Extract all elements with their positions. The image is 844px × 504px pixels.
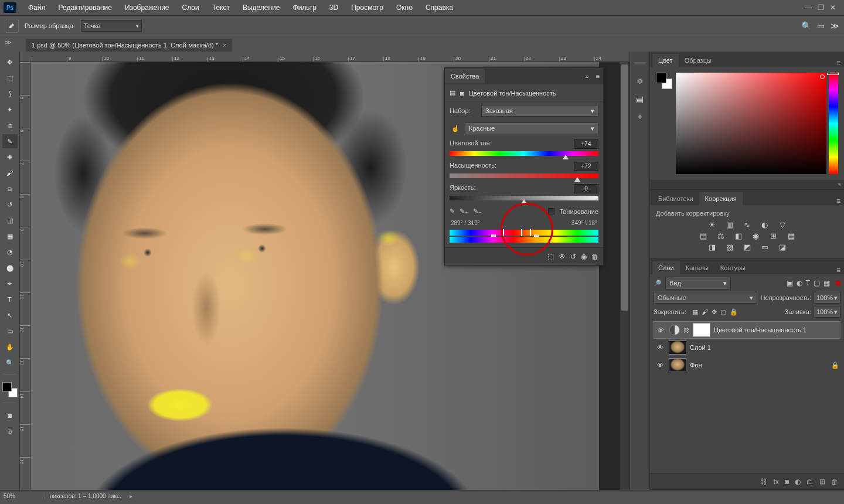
sample-size-select[interactable]: Точка ▾ <box>81 20 142 32</box>
saturation-slider-thumb[interactable] <box>574 177 580 182</box>
colorize-checkbox[interactable] <box>548 208 554 214</box>
collapse-panel-icon[interactable]: » <box>581 73 592 80</box>
hue-range-input-strip[interactable] <box>450 230 598 236</box>
previous-state-icon[interactable]: ◉ <box>581 253 587 261</box>
fill-input[interactable]: 100% ▾ <box>814 306 840 318</box>
window-restore-icon[interactable]: ❐ <box>818 4 824 12</box>
status-info[interactable]: пикселов: 1 = 1,0000 пикс. <box>45 493 121 499</box>
eyedropper-subtract-icon[interactable]: ✎₋ <box>473 207 482 215</box>
layer-name[interactable]: Цветовой тон/Насыщенность 1 <box>714 326 839 333</box>
menu-image[interactable]: Изображение <box>119 1 175 14</box>
screen-mode-tool[interactable]: ⎚ <box>2 424 18 438</box>
lasso-tool[interactable]: ⟆ <box>2 87 18 101</box>
path-selection-tool[interactable]: ↖ <box>2 308 18 322</box>
collapse-icon[interactable]: ≫ <box>831 21 839 30</box>
quick-mask-tool[interactable]: ◙ <box>2 408 18 423</box>
color-swatch-toggle[interactable] <box>656 73 672 89</box>
eyedropper-add-icon[interactable]: ✎₊ <box>460 207 468 215</box>
pen-tool[interactable]: ✒ <box>2 277 18 291</box>
layer-item[interactable]: 👁 Слой 1 <box>654 339 840 356</box>
new-group-icon[interactable]: 🗀 <box>806 478 814 486</box>
new-adjustment-icon[interactable]: ◐ <box>795 478 801 486</box>
lock-pixels-icon[interactable]: 🖌 <box>702 308 708 316</box>
zoom-level[interactable]: 50% <box>4 493 39 499</box>
workspace-switcher-icon[interactable]: ▭ <box>817 21 825 30</box>
saturation-value-input[interactable]: +72 <box>574 162 598 171</box>
link-layers-icon[interactable]: ⛓ <box>760 478 767 486</box>
curves-icon[interactable]: ∿ <box>741 220 753 229</box>
menu-text[interactable]: Текст <box>206 1 236 14</box>
layer-mask-thumbnail[interactable] <box>693 323 710 337</box>
libraries-tab[interactable]: Библиотеки <box>652 192 699 205</box>
brush-tool[interactable]: 🖌 <box>2 166 18 180</box>
marquee-tool[interactable]: ⬚ <box>2 71 18 85</box>
menu-help[interactable]: Справка <box>420 1 459 14</box>
blend-mode-select[interactable]: Обычные ▾ <box>654 292 757 304</box>
delete-adjustment-icon[interactable]: 🗑 <box>591 253 598 261</box>
panel-menu-icon[interactable]: ≡ <box>593 73 603 80</box>
menu-layers[interactable]: Слои <box>176 1 205 14</box>
search-icon[interactable]: 🔍 <box>801 21 811 30</box>
color-lookup-icon[interactable]: ▦ <box>785 231 797 240</box>
magic-wand-tool[interactable]: ✦ <box>2 103 18 117</box>
menu-file[interactable]: Файл <box>22 1 52 14</box>
threshold-icon[interactable]: ◩ <box>741 243 753 251</box>
window-close-icon[interactable]: ✕ <box>830 4 836 12</box>
opacity-input[interactable]: 100% ▾ <box>814 292 840 304</box>
scrollbar-thumb[interactable] <box>621 64 628 311</box>
layer-thumbnail[interactable] <box>669 340 686 355</box>
layer-name[interactable]: Фон <box>690 362 828 369</box>
rectangle-tool[interactable]: ▭ <box>2 324 18 338</box>
lock-position-icon[interactable]: ✥ <box>712 308 717 316</box>
exposure-icon[interactable]: ◐ <box>759 220 771 229</box>
vibrance-icon[interactable]: ▽ <box>777 220 788 229</box>
menu-edit[interactable]: Редактирование <box>53 1 118 14</box>
zoom-tool[interactable]: 🔍 <box>2 356 18 370</box>
hue-slider[interactable] <box>829 73 838 174</box>
layer-adjustment-hue-sat[interactable]: 👁 ⛓ Цветовой тон/Насыщенность 1 <box>654 321 840 339</box>
visibility-toggle-icon[interactable]: 👁 <box>655 326 666 333</box>
range-start[interactable] <box>503 229 504 236</box>
filter-kind-icon[interactable]: 🔎 <box>654 280 662 287</box>
channels-tab[interactable]: Каналы <box>680 261 714 274</box>
saturation-value-picker[interactable] <box>676 73 826 174</box>
visibility-toggle-icon[interactable]: 👁 <box>655 362 665 369</box>
menu-filter[interactable]: Фильтр <box>287 1 322 14</box>
lock-transparent-icon[interactable]: ▦ <box>692 308 698 316</box>
preset-select[interactable]: Заказная ▾ <box>481 105 598 117</box>
range-end[interactable] <box>530 229 531 236</box>
menu-view[interactable]: Просмотр <box>345 1 389 14</box>
foreground-swatch[interactable] <box>2 382 12 391</box>
menu-select[interactable]: Выделение <box>237 1 286 14</box>
filter-type-icon[interactable]: T <box>806 279 810 287</box>
hand-tool[interactable]: ✋ <box>2 340 18 354</box>
healing-brush-tool[interactable]: ✚ <box>2 150 18 164</box>
swatches-tab[interactable]: Образцы <box>679 54 717 67</box>
tab-overflow-icon[interactable]: ≫ <box>5 39 12 46</box>
hue-slider-track[interactable] <box>450 151 598 156</box>
lock-artboard-icon[interactable]: ▢ <box>720 308 726 316</box>
adjustments-tab[interactable]: Коррекция <box>699 192 743 205</box>
toggle-visibility-icon[interactable]: 👁 <box>559 253 566 261</box>
reset-icon[interactable]: ↺ <box>570 253 576 261</box>
panel-menu-icon[interactable]: ≡ <box>833 59 844 67</box>
layer-background[interactable]: 👁 Фон 🔒 <box>654 356 840 374</box>
paths-tab[interactable]: Контуры <box>714 261 751 274</box>
document-tab[interactable]: 1.psd @ 50% (Цветовой тон/Насыщенность 1… <box>26 39 232 52</box>
range-center[interactable] <box>521 229 522 236</box>
info-panel-icon[interactable]: ⌖ <box>638 112 642 122</box>
history-brush-tool[interactable]: ↺ <box>2 197 18 212</box>
dock-handle[interactable] <box>634 62 646 64</box>
menu-3d[interactable]: 3D <box>324 1 344 14</box>
filter-smart-icon[interactable]: ▦ <box>823 279 830 287</box>
hue-value-input[interactable]: +74 <box>574 139 598 149</box>
brightness-contrast-icon[interactable]: ☀ <box>706 220 718 229</box>
move-tool[interactable]: ✥ <box>2 55 18 69</box>
new-layer-icon[interactable]: ⊞ <box>819 478 825 486</box>
filter-adjust-icon[interactable]: ◐ <box>797 279 802 287</box>
dodge-tool[interactable]: ⬤ <box>2 261 18 275</box>
layers-tab[interactable]: Слои <box>652 261 680 274</box>
targeted-adjust-icon[interactable]: ☝ <box>450 125 461 132</box>
lock-all-icon[interactable]: 🔒 <box>730 308 738 316</box>
visibility-toggle-icon[interactable]: 👁 <box>655 344 665 351</box>
